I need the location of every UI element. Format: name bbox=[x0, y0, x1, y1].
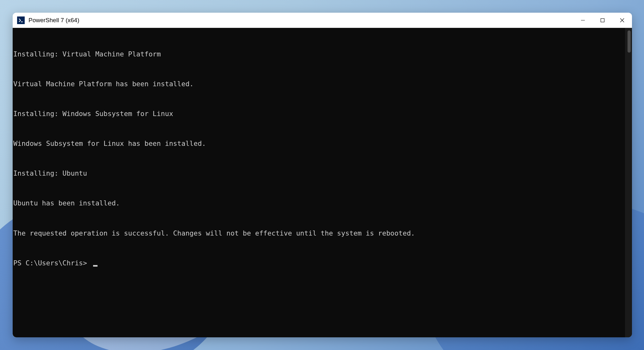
terminal-line: Installing: Ubuntu bbox=[13, 168, 631, 178]
terminal-line: Installing: Virtual Machine Platform bbox=[13, 49, 631, 59]
window-titlebar[interactable]: PowerShell 7 (x64) bbox=[13, 13, 632, 28]
terminal-line: Virtual Machine Platform has been instal… bbox=[13, 79, 631, 89]
terminal-scrollbar[interactable] bbox=[625, 28, 632, 337]
window-title: PowerShell 7 (x64) bbox=[28, 17, 79, 24]
maximize-icon bbox=[600, 18, 605, 23]
svg-rect-3 bbox=[601, 18, 604, 22]
close-button[interactable] bbox=[612, 13, 632, 28]
powershell-window: PowerShell 7 (x64) Installing: V bbox=[13, 13, 632, 337]
terminal-cursor bbox=[93, 265, 98, 267]
window-controls bbox=[573, 13, 632, 28]
terminal-line: Ubuntu has been installed. bbox=[13, 198, 631, 208]
terminal-prompt-line: PS C:\Users\Chris> bbox=[13, 258, 631, 268]
powershell-icon bbox=[17, 16, 25, 24]
minimize-button[interactable] bbox=[573, 13, 593, 28]
terminal-line: The requested operation is successful. C… bbox=[13, 228, 631, 238]
terminal-prompt: PS C:\Users\Chris> bbox=[13, 258, 91, 268]
terminal-line: Installing: Windows Subsystem for Linux bbox=[13, 109, 631, 119]
terminal-line: Windows Subsystem for Linux has been ins… bbox=[13, 139, 631, 148]
titlebar-left: PowerShell 7 (x64) bbox=[17, 16, 79, 24]
terminal-content[interactable]: Installing: Virtual Machine Platform Vir… bbox=[13, 28, 632, 337]
close-icon bbox=[620, 18, 624, 23]
minimize-icon bbox=[581, 18, 585, 23]
scrollbar-thumb[interactable] bbox=[628, 30, 631, 53]
maximize-button[interactable] bbox=[593, 13, 612, 28]
